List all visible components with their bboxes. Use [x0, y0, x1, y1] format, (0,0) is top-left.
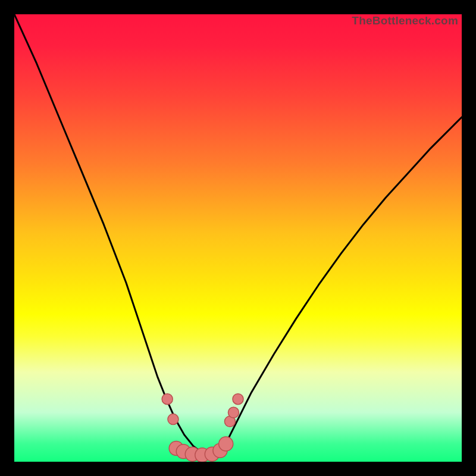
data-marker [162, 394, 173, 405]
curve-layer [14, 14, 462, 455]
data-marker [168, 414, 178, 425]
curve-left_curve [14, 14, 211, 455]
curve-right_curve [211, 117, 462, 455]
chart-frame: TheBottleneck.com [14, 14, 462, 462]
data-marker [219, 437, 233, 451]
data-marker [228, 407, 239, 418]
marker-layer [162, 394, 243, 462]
chart-svg [14, 14, 462, 462]
data-marker [233, 394, 243, 405]
